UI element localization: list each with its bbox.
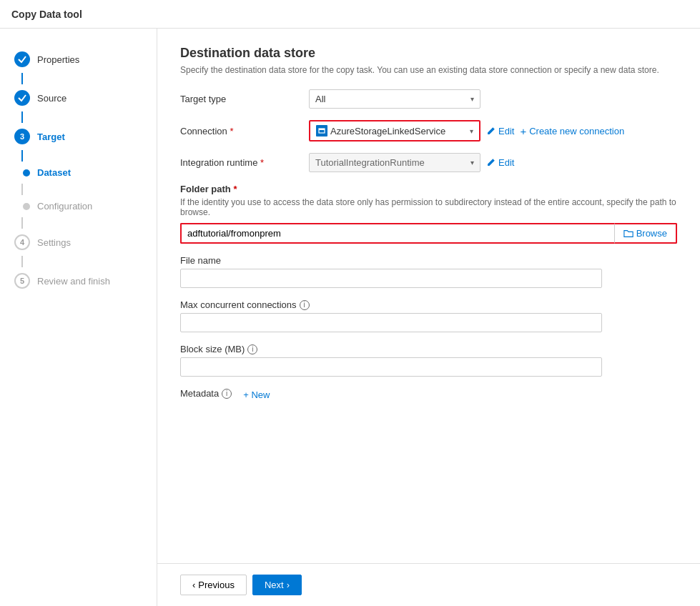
plus-icon: + (520, 125, 526, 137)
sidebar-item-configuration: Configuration (0, 195, 157, 217)
browse-label: Browse (636, 228, 667, 239)
metadata-info-icon[interactable]: i (222, 389, 232, 399)
sidebar: Properties Source 3 Target Dataset (0, 29, 157, 606)
sidebar-label-configuration: Configuration (37, 201, 92, 212)
connector-4 (21, 184, 23, 195)
metadata-group: Metadata i + New (180, 388, 677, 402)
folder-icon (623, 229, 634, 239)
file-name-label: File name (180, 255, 677, 266)
previous-button[interactable]: ‹ Previous (180, 575, 247, 595)
target-type-label: Target type (180, 94, 309, 104)
edit-connection-label: Edit (498, 126, 514, 136)
connector-2 (21, 111, 23, 123)
main-layout: Properties Source 3 Target Dataset (0, 29, 700, 606)
integration-runtime-select[interactable]: TutorialIntegrationRuntime ▾ (309, 153, 480, 172)
max-concurrent-input[interactable] (180, 313, 602, 332)
target-type-control: All ▾ (309, 89, 677, 109)
integration-runtime-value: TutorialIntegrationRuntime (315, 157, 425, 168)
step-circle-settings: 4 (14, 234, 30, 250)
edit-runtime-button[interactable]: Edit (486, 157, 514, 168)
sidebar-item-source[interactable]: Source (0, 84, 157, 111)
section-desc: Specify the destination data store for t… (180, 65, 677, 75)
sidebar-item-target[interactable]: 3 Target (0, 123, 157, 150)
next-chevron-icon: › (287, 580, 290, 590)
connection-control: AzureStorageLinkedService ▾ Edit + Creat… (309, 120, 677, 141)
content-area: Destination data store Specify the desti… (157, 29, 700, 606)
create-connection-button[interactable]: + Create new connection (520, 125, 624, 137)
integration-runtime-chevron-icon: ▾ (470, 159, 474, 167)
target-type-select[interactable]: All ▾ (309, 89, 480, 109)
folder-path-desc: If the identity you use to access the da… (180, 197, 677, 217)
metadata-new-label: + New (243, 389, 270, 400)
storage-icon (316, 125, 327, 136)
create-connection-label: Create new connection (529, 126, 624, 136)
app-title: Copy Data tool (11, 9, 82, 20)
connection-value: AzureStorageLinkedService (330, 126, 445, 136)
svg-rect-1 (319, 129, 325, 130)
step-circle-target: 3 (14, 129, 30, 144)
connector-1 (21, 73, 23, 84)
connection-row: Connection AzureStorageLinkedService ▾ (180, 120, 677, 141)
target-type-value: All (315, 94, 325, 104)
metadata-row: Metadata i + New (180, 388, 677, 402)
block-size-info-icon[interactable]: i (247, 344, 257, 354)
max-concurrent-group: Max concurrent connections i (180, 299, 677, 332)
connection-label: Connection (180, 126, 309, 136)
previous-chevron-icon: ‹ (192, 580, 195, 590)
check-icon (17, 54, 27, 64)
sidebar-item-dataset[interactable]: Dataset (0, 162, 157, 184)
connection-select[interactable]: AzureStorageLinkedService ▾ (309, 120, 480, 141)
sidebar-item-properties[interactable]: Properties (0, 46, 157, 73)
connector-5 (21, 217, 23, 229)
target-type-row: Target type All ▾ (180, 89, 677, 109)
connection-chevron-icon: ▾ (470, 127, 473, 135)
dot-dataset (23, 169, 30, 177)
step-circle-review: 5 (14, 273, 30, 289)
folder-path-input[interactable] (180, 223, 614, 244)
integration-runtime-control: TutorialIntegrationRuntime ▾ Edit (309, 153, 677, 172)
integration-runtime-row: Integration runtime TutorialIntegrationR… (180, 153, 677, 172)
max-concurrent-label: Max concurrent connections i (180, 299, 677, 310)
folder-path-row: Browse (180, 223, 677, 244)
block-size-group: Block size (MB) i (180, 344, 677, 377)
next-button[interactable]: Next › (252, 575, 302, 595)
storage-svg (318, 127, 325, 134)
app-header: Copy Data tool (0, 0, 700, 29)
next-label: Next (265, 580, 284, 590)
step-circle-properties (14, 51, 30, 67)
connector-6 (21, 256, 23, 267)
folder-path-label: Folder path * (180, 184, 677, 194)
section-title: Destination data store (180, 46, 677, 61)
step-circle-source (14, 90, 30, 106)
block-size-input[interactable] (180, 357, 602, 377)
sidebar-label-source: Source (37, 93, 66, 104)
file-name-input[interactable] (180, 269, 602, 288)
block-size-label: Block size (MB) i (180, 344, 677, 354)
sidebar-item-review[interactable]: 5 Review and finish (0, 267, 157, 294)
edit-connection-button[interactable]: Edit (486, 126, 514, 136)
edit-runtime-label: Edit (498, 157, 514, 168)
integration-runtime-label: Integration runtime (180, 157, 309, 168)
max-concurrent-info-icon[interactable]: i (300, 300, 310, 310)
sidebar-label-properties: Properties (37, 54, 79, 65)
sidebar-label-settings: Settings (37, 237, 71, 248)
file-name-group: File name (180, 255, 677, 288)
sidebar-label-dataset: Dataset (37, 167, 71, 178)
edit-runtime-icon (486, 158, 496, 167)
previous-label: Previous (198, 580, 235, 590)
sidebar-item-settings[interactable]: 4 Settings (0, 229, 157, 256)
metadata-new-button[interactable]: + New (243, 389, 270, 400)
sidebar-label-target: Target (37, 131, 65, 142)
connector-3 (21, 150, 23, 162)
metadata-label: Metadata i (180, 388, 232, 399)
target-type-chevron-icon: ▾ (470, 95, 474, 103)
check-icon-2 (17, 93, 27, 103)
edit-icon (486, 126, 496, 136)
dot-configuration (23, 203, 30, 210)
browse-button[interactable]: Browse (614, 223, 677, 244)
folder-path-section: Folder path * If the identity you use to… (180, 184, 677, 244)
sidebar-label-review: Review and finish (37, 276, 110, 287)
content-footer: ‹ Previous Next › (157, 563, 700, 606)
